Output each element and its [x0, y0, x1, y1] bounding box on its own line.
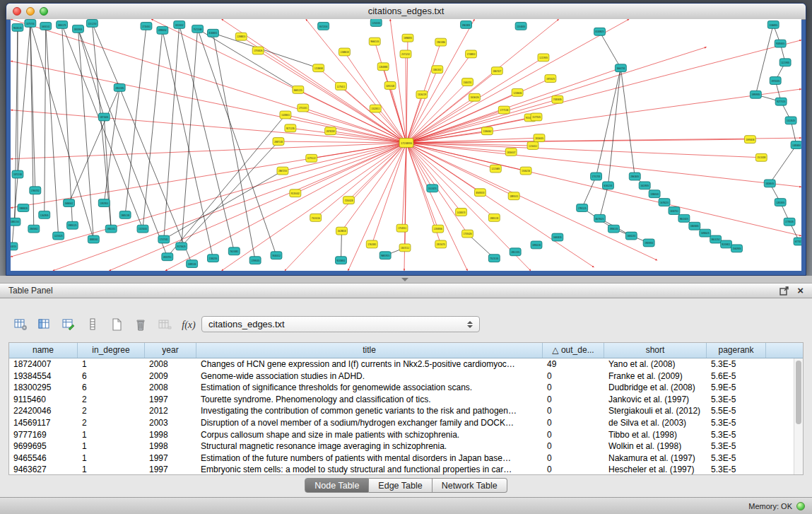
cell-out_degree: 0	[543, 440, 604, 452]
minimize-window-button[interactable]	[26, 7, 35, 16]
edit-column-button[interactable]	[58, 316, 79, 334]
scrollbar-thumb[interactable]	[796, 361, 801, 424]
new-column-button[interactable]	[106, 316, 127, 334]
function-builder-button[interactable]: f(x)	[178, 316, 199, 334]
cell-short: Franke et al. (2009)	[604, 370, 707, 382]
network-node-label: 1865045	[690, 224, 699, 228]
network-node-label: 1275411	[337, 85, 346, 88]
network-node-label: 7524416	[312, 216, 320, 220]
table-header-row: namein_degreeyeartitle△ out_de...shortpa…	[9, 343, 803, 358]
memory-status-indicator[interactable]	[796, 502, 805, 510]
network-node-label: 1325344	[139, 227, 147, 230]
cell-year: 1997	[145, 464, 196, 475]
network-node-label: 9610145	[13, 26, 22, 30]
table-row[interactable]: 977716911998Corpus callosum shape and si…	[9, 429, 794, 441]
column-header-title[interactable]: title	[196, 343, 543, 358]
column-header-short[interactable]: short	[604, 343, 707, 358]
network-node-label: 1872248	[13, 173, 22, 176]
network-node-label: 7523145	[490, 257, 498, 260]
network-node-label: 1813432	[175, 23, 184, 27]
table-body: 1872400712008Changes of HCN gene express…	[9, 358, 794, 474]
cell-in_degree: 2	[78, 394, 145, 406]
row-list-button[interactable]	[82, 316, 103, 334]
network-node-label: 1106462	[483, 129, 491, 133]
combo-stepper-icon	[464, 321, 479, 328]
close-panel-icon[interactable]: ×	[797, 286, 804, 296]
network-node-label: 1770435	[785, 220, 794, 223]
table-row[interactable]: 1830029562008Estimation of significance …	[9, 382, 794, 394]
table-row[interactable]: 969969511998Structural magnetic resonanc…	[9, 440, 794, 452]
delete-column-button[interactable]	[130, 316, 151, 334]
cell-pagerank: 5.3E-5	[707, 440, 766, 452]
memory-status-label: Memory: OK	[748, 502, 792, 510]
cell-year: 1998	[145, 440, 196, 452]
network-node-label: 8679325	[596, 217, 604, 221]
network-node-label: 7572340	[194, 28, 202, 31]
import-table-button[interactable]	[154, 316, 175, 334]
table-toolbar: f(x)	[10, 315, 199, 335]
network-node-label: 1670224	[660, 201, 669, 204]
table-row[interactable]: 1872400712008Changes of HCN gene express…	[9, 358, 794, 370]
float-panel-icon[interactable]	[779, 286, 789, 296]
row-list-icon	[88, 318, 97, 333]
table-row[interactable]: 1456911722003Disruption of a novel membe…	[9, 417, 794, 429]
tab-node-table[interactable]: Node Table	[305, 478, 369, 493]
network-node-label: 1973435	[771, 79, 779, 83]
column-header-name[interactable]: name	[9, 343, 78, 358]
cell-year: 1997	[145, 452, 196, 465]
network-node-label: 3201328	[386, 84, 394, 88]
column-header-in_degree[interactable]: in_degree	[78, 343, 145, 358]
table-row[interactable]: 946554611997Estimation of the future num…	[9, 452, 794, 465]
cell-pagerank: 5.3E-5	[707, 452, 766, 465]
network-node-label: 1737341	[160, 238, 168, 241]
network-node-label: 1309145	[188, 262, 196, 266]
network-node-label: 1254345	[372, 21, 380, 25]
cell-out_degree: 0	[543, 405, 604, 417]
network-node-label: 1392914	[100, 201, 108, 205]
network-graph[interactable]: 1724055121641215462161895531208513317354…	[11, 19, 801, 271]
zoom-window-button[interactable]	[40, 7, 48, 16]
network-node-label: 1936145	[609, 227, 618, 230]
network-canvas[interactable]: 1724055121641215462161895531208513317354…	[11, 19, 801, 271]
table-panel-title: Table Panel	[0, 286, 779, 296]
network-node-label: 9245032	[337, 259, 346, 262]
cell-short: Wolkin et al. (1998)	[604, 440, 707, 452]
network-node-label: 7624401	[230, 250, 238, 253]
table-vertical-scrollbar[interactable]	[794, 358, 803, 474]
close-window-button[interactable]	[13, 7, 21, 16]
tab-network-table[interactable]: Network Table	[433, 478, 507, 493]
network-table-selector[interactable]: citations_edges.txt	[201, 316, 480, 332]
cell-name: 9777169	[9, 429, 78, 441]
column-header-pagerank[interactable]: pagerank	[707, 343, 766, 358]
network-node-label: 9105845	[776, 42, 784, 45]
network-node-label: 2751431	[299, 106, 307, 110]
table-row[interactable]: 946362711997Embryonic stem cells: a mode…	[9, 464, 794, 475]
network-node-label: 1961035	[462, 23, 471, 27]
network-node-label: 2104255	[208, 257, 217, 260]
cell-short: de Silva et al. (2003)	[604, 417, 707, 429]
network-node-label: 1847212	[401, 246, 409, 250]
table-row[interactable]: 1938455462009Genome-wide association stu…	[9, 370, 794, 382]
network-node-label: 1833751	[670, 209, 678, 213]
cell-out_degree: 0	[543, 382, 604, 394]
table-row[interactable]: 911546021997Tourette syndrome. Phenomeno…	[9, 394, 794, 406]
column-header-out_degree[interactable]: △ out_de...	[543, 343, 604, 358]
table-options-button[interactable]	[10, 316, 31, 334]
tab-edge-table[interactable]: Edge Table	[369, 478, 432, 493]
network-node-label: 1755826	[254, 49, 262, 52]
cell-short: Hescheler et al. (1997)	[604, 464, 707, 475]
show-column-button[interactable]	[34, 316, 55, 334]
cell-short: Jankovic et al. (1997)	[604, 394, 707, 406]
network-node-label: 9277415	[777, 100, 785, 103]
panel-divider-handle[interactable]	[401, 278, 408, 281]
network-window-titlebar[interactable]: citations_edges.txt	[6, 4, 806, 20]
column-header-year[interactable]: year	[145, 343, 196, 358]
network-node-label: 2033751	[163, 255, 172, 259]
network-node-label: 1322011	[371, 107, 379, 110]
network-node-label: 1346055	[769, 23, 777, 27]
table-row[interactable]: 2242004622012Investigating the contribut…	[9, 405, 794, 417]
panel-divider[interactable]	[0, 276, 812, 283]
new-document-icon	[111, 318, 122, 333]
status-bar: Memory: OK	[0, 497, 812, 514]
cell-in_degree: 6	[78, 382, 145, 394]
